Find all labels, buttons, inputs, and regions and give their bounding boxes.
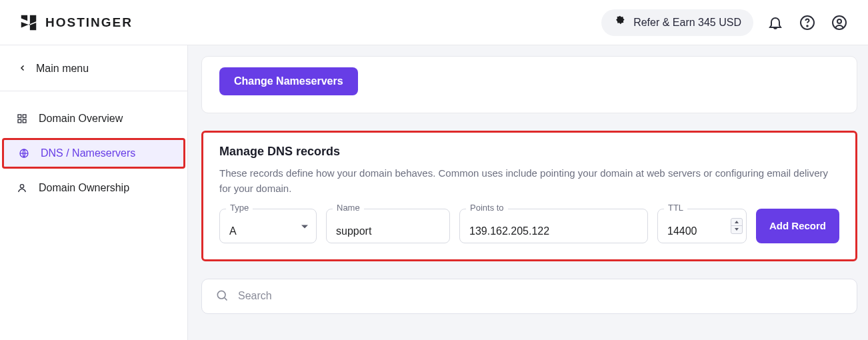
ttl-stepper-down-icon[interactable] [731, 225, 742, 233]
chevron-left-icon [19, 63, 27, 75]
nameservers-card: Change Nameservers [201, 56, 857, 113]
svg-point-1 [807, 25, 808, 27]
refer-earn-label: Refer & Earn 345 USD [633, 17, 741, 29]
add-record-button[interactable]: Add Record [756, 209, 839, 243]
person-icon [16, 182, 28, 194]
back-to-main-menu[interactable]: Main menu [0, 63, 187, 75]
globe-dns-icon [18, 147, 30, 159]
dns-type-field: Type A [219, 209, 317, 243]
dns-name-input[interactable] [326, 209, 450, 243]
logo-mark-icon [19, 13, 39, 33]
main-menu-label: Main menu [36, 63, 89, 75]
ttl-stepper[interactable] [731, 218, 743, 234]
sidebar-item-label: DNS / Nameservers [41, 147, 135, 159]
sidebar-divider [0, 91, 187, 91]
dns-add-record-form: Type A Name Points to [219, 209, 839, 243]
dns-section-description: These records define how your domain beh… [219, 165, 839, 197]
dns-section-title: Manage DNS records [219, 145, 839, 159]
dns-ttl-label: TTL [664, 203, 687, 213]
sidebar-item-domain-overview[interactable]: Domain Overview [0, 103, 187, 134]
refer-earn-pill[interactable]: Refer & Earn 345 USD [601, 9, 753, 36]
svg-point-9 [20, 185, 23, 188]
search-icon [215, 289, 229, 304]
badge-icon [613, 15, 627, 31]
dns-ttl-field: TTL [657, 209, 747, 243]
svg-rect-6 [18, 119, 21, 123]
dns-type-select[interactable]: A [219, 209, 317, 243]
ttl-stepper-up-icon[interactable] [731, 219, 742, 226]
top-header: HOSTINGER Refer & Earn 345 USD [0, 0, 868, 45]
svg-rect-7 [23, 119, 26, 123]
dns-name-label: Name [333, 203, 364, 213]
dns-search-input[interactable] [238, 290, 843, 302]
brand-logo[interactable]: HOSTINGER [19, 13, 133, 33]
grid-icon [16, 113, 28, 125]
sidebar: Main menu Domain Overview DNS / Nameserv… [0, 45, 188, 340]
account-icon[interactable] [829, 13, 849, 33]
dns-type-label: Type [226, 203, 253, 213]
svg-rect-4 [18, 115, 21, 118]
help-icon[interactable] [797, 13, 817, 33]
dns-search-card [201, 279, 857, 314]
svg-point-3 [837, 19, 841, 23]
dns-points-to-field: Points to [459, 209, 648, 243]
notifications-icon[interactable] [765, 13, 785, 33]
sidebar-item-domain-ownership[interactable]: Domain Ownership [0, 173, 187, 203]
brand-name: HOSTINGER [45, 15, 133, 30]
header-actions: Refer & Earn 345 USD [601, 9, 849, 36]
dns-name-field: Name [326, 209, 450, 243]
sidebar-item-label: Domain Overview [39, 113, 123, 125]
dns-search-wrap[interactable] [201, 279, 857, 314]
svg-point-10 [217, 291, 225, 299]
sidebar-item-label: Domain Ownership [39, 182, 129, 194]
content-area: Change Nameservers Manage DNS records Th… [188, 45, 868, 340]
manage-dns-card: Manage DNS records These records define … [201, 131, 857, 261]
dns-points-to-label: Points to [466, 203, 508, 213]
svg-rect-5 [23, 115, 26, 118]
sidebar-item-dns-nameservers[interactable]: DNS / Nameservers [2, 138, 185, 169]
dns-points-to-input[interactable] [459, 209, 648, 243]
change-nameservers-button[interactable]: Change Nameservers [219, 67, 358, 95]
